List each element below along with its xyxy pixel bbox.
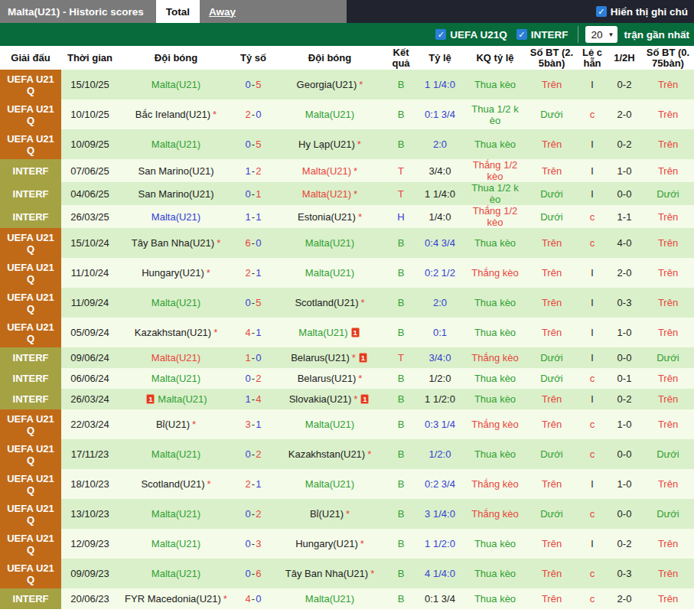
filter-uefa-u21q[interactable]: ✓ UEFA U21Q (435, 29, 507, 41)
result-letter: T (386, 182, 415, 205)
match-date: 18/10/23 (61, 469, 119, 499)
team-name: Malta(U21) (152, 508, 200, 520)
score-dash: - (252, 297, 255, 308)
handicap-result: Thua kèo (464, 288, 526, 318)
match-date: 10/10/25 (61, 99, 119, 129)
result-letter: B (386, 129, 415, 159)
home-team: Scotland(U21)* (119, 469, 233, 499)
team-name: Malta(U21) (152, 139, 200, 150)
star-marker: * (358, 373, 362, 384)
half-time-score: 0-2 (607, 70, 642, 99)
table-row: UEFA U21 Q09/09/23Malta(U21)0-6Tây Ban N… (0, 559, 694, 588)
interf-checkbox[interactable]: ✓ (516, 29, 527, 40)
matches-count-select[interactable]: 20 ▼ (585, 26, 618, 43)
away-goals: 5 (256, 139, 261, 150)
star-marker: * (360, 538, 364, 549)
away-goals: 0 (256, 109, 261, 120)
result-letter: B (386, 499, 415, 529)
star-marker: * (354, 188, 357, 200)
table-row: INTERF04/06/25San Marino(U21)0-1Malta(U2… (0, 182, 694, 205)
match-date: 12/09/23 (61, 529, 119, 559)
handicap-odds: 2:0 (415, 288, 464, 318)
away-team: Malta(U21)* (273, 182, 386, 205)
team-name: Malta(U21) (298, 327, 347, 338)
handicap-odds: 1/4:0 (415, 205, 464, 228)
handicap-odds: 0:2 1/2 (415, 258, 464, 288)
home-team: Malta(U21) (119, 499, 233, 529)
home-goals: 3 (246, 419, 251, 430)
score-dash: - (252, 538, 255, 549)
away-goals: 3 (256, 538, 261, 549)
tab-total[interactable]: Total (156, 0, 200, 23)
home-team: San Marino(U21) (119, 182, 233, 205)
odd-even: l (578, 469, 607, 499)
team-name: Malta(U21) (152, 211, 200, 223)
over-under-2-5: Trên (526, 318, 578, 347)
score-dash: - (252, 165, 255, 177)
over-under-2-5: Dưới (526, 439, 578, 469)
matches-count-value: 20 (591, 29, 603, 41)
handicap-odds: 1 1/4:0 (415, 182, 464, 205)
col-over-under-0-75: Số BT (0. 75bàn) (642, 47, 694, 69)
competition-badge: UEFA U21 Q (0, 439, 61, 469)
over-under-0-75: Trên (642, 469, 694, 499)
over-under-0-75: Dưới (642, 182, 694, 205)
show-notes-checkbox[interactable]: ✓ (596, 6, 607, 17)
away-goals: 1 (256, 419, 261, 430)
competition-badge: UEFA U21 Q (0, 409, 61, 439)
table-body: UEFA U21 Q15/10/25Malta(U21)0-5Georgia(U… (0, 70, 694, 616)
handicap-result: Thắng 1/2 kèo (464, 159, 526, 182)
star-marker: * (207, 267, 210, 279)
away-team: Kazakhstan(U21)* (273, 439, 386, 469)
team-name: San Marino(U21) (138, 188, 214, 200)
col-home-team: Đội bóng (119, 53, 233, 64)
star-marker: * (357, 139, 361, 150)
handicap-odds: 0:2 3/4 (415, 469, 464, 499)
match-date: 13/10/23 (61, 499, 119, 529)
odd-even: l (578, 159, 607, 182)
half-time-score: 0-0 (607, 182, 642, 205)
full-time-score: 4-0 (233, 588, 273, 609)
half-time-score: 4-0 (607, 228, 642, 258)
over-under-2-5: Dưới (526, 99, 578, 129)
team-name: Malta(U21) (152, 373, 200, 384)
historic-scores-panel: Malta(U21) - Historic scores Total Away … (0, 0, 694, 616)
competition-badge: UEFA U21 Q (0, 499, 61, 529)
score-dash: - (252, 419, 255, 430)
away-goals: 0 (256, 593, 261, 605)
table-row: INTERF20/06/23FYR Macedonia(U21)*4-0Malt… (0, 588, 694, 609)
odd-even: c (578, 439, 607, 469)
result-letter: B (386, 469, 415, 499)
home-goals: 1 (246, 393, 251, 405)
result-letter: B (386, 409, 415, 439)
home-team: Malta(U21) (119, 347, 233, 368)
over-under-2-5: Dưới (526, 368, 578, 389)
competition-badge: UEFA U21 Q (0, 129, 61, 159)
result-letter: B (386, 228, 415, 258)
team-name: Scotland(U21) (141, 478, 204, 490)
full-time-score: 2-1 (233, 469, 273, 499)
tab-away[interactable]: Away (203, 0, 242, 23)
table-row: UEFA U21 Q10/10/25Bắc Ireland(U21)*2-0Ma… (0, 99, 694, 129)
over-under-2-5: Trên (526, 588, 578, 609)
star-marker: * (370, 568, 374, 579)
uefa-u21q-checkbox[interactable]: ✓ (435, 29, 446, 40)
team-name: Malta(U21) (152, 448, 200, 460)
away-team: Tây Ban Nha(U21)* (273, 559, 386, 588)
match-date: 11/09/24 (61, 288, 119, 318)
competition-badge: UEFA U21 Q (0, 99, 61, 129)
over-under-2-5: Trên (526, 559, 578, 588)
home-goals: 0 (246, 538, 251, 549)
over-under-2-5: Trên (526, 469, 578, 499)
team-name: Malta(U21) (305, 237, 354, 249)
over-under-0-75: Dưới (642, 439, 694, 469)
team-name: Belarus(U21) (291, 352, 350, 363)
half-time-score: 2-0 (607, 588, 642, 609)
team-name: Malta(U21) (305, 419, 354, 430)
team-name: Malta(U21) (152, 538, 200, 549)
handicap-result: Thắng kèo (464, 409, 526, 439)
odd-even: c (578, 499, 607, 529)
half-time-score: 1-0 (607, 409, 642, 439)
over-under-2-5: Dưới (526, 347, 578, 368)
filter-interf[interactable]: ✓ INTERF (516, 29, 569, 41)
